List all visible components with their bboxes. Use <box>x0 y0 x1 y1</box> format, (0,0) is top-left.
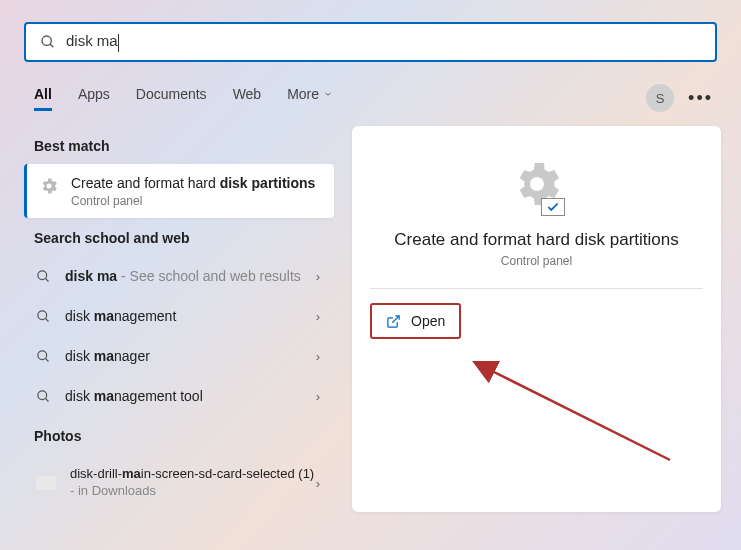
svg-point-8 <box>38 391 47 400</box>
svg-point-4 <box>38 311 47 320</box>
chevron-right-icon: › <box>316 309 320 324</box>
web-result-item[interactable]: disk ma - See school and web results › <box>24 256 334 296</box>
search-icon <box>36 269 51 284</box>
search-icon <box>36 389 51 404</box>
detail-panel: Create and format hard disk partitions C… <box>352 126 721 512</box>
tab-all[interactable]: All <box>34 86 52 111</box>
result-label: disk ma - See school and web results <box>65 268 316 284</box>
search-bar[interactable]: disk ma <box>24 22 717 62</box>
svg-line-5 <box>45 318 48 321</box>
search-icon <box>40 34 56 50</box>
check-icon <box>541 198 565 216</box>
tab-more[interactable]: More <box>287 86 333 111</box>
web-result-item[interactable]: disk management › <box>24 296 334 336</box>
svg-line-9 <box>45 398 48 401</box>
search-icon <box>36 349 51 364</box>
result-label: disk management tool <box>65 388 316 404</box>
chevron-right-icon: › <box>316 389 320 404</box>
chevron-right-icon: › <box>316 476 320 491</box>
search-icon <box>36 309 51 324</box>
best-match-heading: Best match <box>34 138 334 154</box>
open-button[interactable]: Open <box>370 303 461 339</box>
svg-point-0 <box>42 36 51 45</box>
photo-result-item[interactable]: disk-drill-main-screen-sd-card-selected … <box>24 454 334 512</box>
gear-icon <box>39 176 59 196</box>
chevron-right-icon: › <box>316 349 320 364</box>
result-label: disk-drill-main-screen-sd-card-selected … <box>70 466 316 500</box>
result-label: disk manager <box>65 348 316 364</box>
tab-documents[interactable]: Documents <box>136 86 207 111</box>
web-result-item[interactable]: disk management tool › <box>24 376 334 416</box>
open-label: Open <box>411 313 445 329</box>
svg-point-2 <box>38 271 47 280</box>
photo-thumbnail <box>36 476 56 490</box>
best-match-title: Create and format hard disk partitions <box>71 174 315 192</box>
detail-subtitle: Control panel <box>370 254 703 268</box>
result-label: disk management <box>65 308 316 324</box>
search-input[interactable]: disk ma <box>66 32 701 51</box>
svg-line-1 <box>50 44 53 47</box>
open-external-icon <box>386 314 401 329</box>
school-web-heading: Search school and web <box>34 230 334 246</box>
divider <box>370 288 703 289</box>
web-result-item[interactable]: disk manager › <box>24 336 334 376</box>
tab-web[interactable]: Web <box>233 86 262 111</box>
tab-apps[interactable]: Apps <box>78 86 110 111</box>
avatar[interactable]: S <box>646 84 674 112</box>
detail-title: Create and format hard disk partitions <box>370 230 703 250</box>
svg-point-6 <box>38 351 47 360</box>
best-match-subtitle: Control panel <box>71 194 315 208</box>
svg-line-3 <box>45 278 48 281</box>
chevron-down-icon <box>323 89 333 99</box>
chevron-right-icon: › <box>316 269 320 284</box>
photos-heading: Photos <box>34 428 334 444</box>
tab-bar: All Apps Documents Web More S ••• <box>34 84 713 112</box>
best-match-item[interactable]: Create and format hard disk partitions C… <box>24 164 334 218</box>
overflow-menu[interactable]: ••• <box>688 88 713 109</box>
detail-icon <box>370 156 703 212</box>
svg-line-10 <box>392 315 399 322</box>
svg-line-7 <box>45 358 48 361</box>
results-panel: Best match Create and format hard disk p… <box>24 126 334 512</box>
